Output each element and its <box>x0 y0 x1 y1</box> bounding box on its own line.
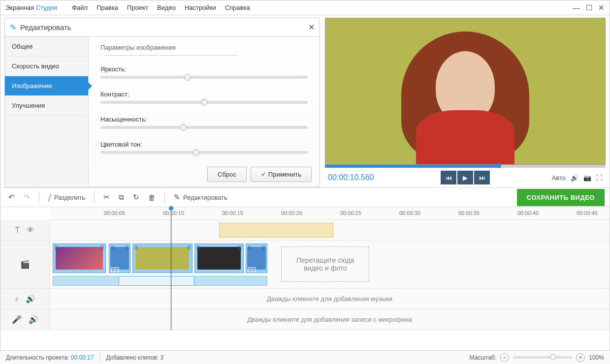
playhead-marker[interactable] <box>168 206 174 211</box>
play-button[interactable]: ▶ <box>457 171 473 184</box>
save-video-button[interactable]: СОХРАНИТЬ ВИДЕО <box>517 189 605 206</box>
clips-value: 3 <box>160 354 163 361</box>
cut-button[interactable]: ✂ <box>100 191 113 204</box>
ruler-tick: 00:00:35 <box>458 210 480 216</box>
mic-icon[interactable]: 🎤 <box>12 315 22 324</box>
video-clip[interactable]: ||||||2.0 <box>246 243 267 273</box>
saturation-label: Насыщенность: <box>100 116 308 123</box>
menu-video[interactable]: Видео <box>157 4 176 11</box>
playhead[interactable] <box>171 207 171 330</box>
menu-help[interactable]: Справка <box>225 4 250 11</box>
app-logo: Экранная Студия <box>5 4 57 11</box>
visibility-icon[interactable]: 👁 <box>27 226 34 235</box>
video-clip[interactable]: |||||| <box>53 243 106 273</box>
video-clip[interactable]: |||||| <box>132 243 193 273</box>
undo-button[interactable]: ↶ <box>5 191 18 204</box>
audio-selection[interactable] <box>119 276 194 286</box>
volume-icon[interactable]: 🔊 <box>571 174 578 182</box>
zoom-label: Масштаб: <box>470 354 497 361</box>
zoom-thumb[interactable] <box>550 354 556 360</box>
preview-video[interactable] <box>325 18 606 165</box>
close-icon[interactable]: ✕ <box>598 3 605 12</box>
split-button[interactable]: ⧸Разделить <box>45 191 88 204</box>
edit-button[interactable]: ✎Редактировать <box>171 191 230 204</box>
clips-label: Добавлено клипов: <box>106 354 159 361</box>
contrast-label: Контраст: <box>100 91 308 98</box>
delete-button[interactable]: 🗑 <box>145 191 159 204</box>
rotate-button[interactable]: ↻ <box>130 191 142 204</box>
timeline-toolbar: ↶ ↷ ⧸Разделить ✂ ⧉ ↻ 🗑 ✎Редактировать СО… <box>0 187 610 207</box>
text-track-body[interactable] <box>50 220 610 240</box>
text-icon[interactable]: T <box>15 226 20 235</box>
next-button[interactable]: ⏭ <box>474 171 490 184</box>
music-track-body[interactable]: Дважды кликните для добавления музыки <box>50 289 610 309</box>
hue-slider[interactable] <box>100 151 308 154</box>
maximize-icon[interactable]: ☐ <box>586 3 592 12</box>
play-controls: ⏮ ▶ ⏭ <box>441 171 490 184</box>
tab-image[interactable]: Изображение <box>5 76 88 96</box>
brightness-label: Яркость: <box>100 65 308 73</box>
hue-label: Цветовой тон: <box>100 141 308 148</box>
preview-content <box>386 22 544 164</box>
saturation-slider[interactable] <box>100 126 308 129</box>
duration-label: Длительность проекта: <box>6 354 69 361</box>
dropzone-line2: видео и фото <box>304 264 347 272</box>
dropzone[interactable]: Перетащите сюда видео и фото <box>281 246 369 282</box>
music-icon[interactable]: ♪ <box>15 295 19 303</box>
menu-settings[interactable]: Настройки <box>185 4 216 11</box>
menu-edit[interactable]: Правка <box>96 4 118 11</box>
menu-items: Файл Правка Проект Видео Настройки Справ… <box>72 4 250 11</box>
ruler-tick: 00:00:05 <box>104 210 125 216</box>
close-panel-icon[interactable]: ✕ <box>308 23 315 32</box>
status-bar: Длительность проекта: 00:00:17 Добавлено… <box>0 350 610 364</box>
auto-label[interactable]: Авто <box>552 174 566 182</box>
fullscreen-icon[interactable]: ⛶ <box>596 174 603 182</box>
zoom-in-button[interactable]: + <box>576 353 585 362</box>
preview-controls: 00:00:10.560 ⏮ ▶ ⏭ Авто 🔊 📷 ⛶ <box>325 168 606 187</box>
ruler-tick: 00:00:40 <box>517 210 539 216</box>
zoom-slider[interactable] <box>513 356 572 359</box>
text-clip[interactable] <box>219 223 333 238</box>
contrast-thumb[interactable] <box>201 99 208 106</box>
video-clip[interactable]: |||||| <box>194 243 244 273</box>
menu-project[interactable]: Проект <box>127 4 148 11</box>
hue-thumb[interactable] <box>193 149 199 156</box>
mic-track-body[interactable]: Дважды кликните для добавления записи с … <box>50 309 610 330</box>
mute-icon[interactable]: 🔊 <box>26 294 35 303</box>
crop-button[interactable]: ⧉ <box>116 191 127 204</box>
minimize-icon[interactable]: — <box>573 3 580 12</box>
ruler-tick: 00:00:25 <box>340 210 361 216</box>
redo-button[interactable]: ↷ <box>21 191 33 204</box>
video-icon[interactable]: 🎬 <box>20 260 30 269</box>
check-icon: ✔ <box>261 171 266 178</box>
tab-enhance[interactable]: Улучшения <box>5 96 88 116</box>
mic-track: 🎤 🔊 Дважды кликните для добавления запис… <box>0 309 610 330</box>
edit-icon: ✎ <box>10 23 16 32</box>
saturation-thumb[interactable] <box>180 124 187 131</box>
prev-button[interactable]: ⏮ <box>441 171 456 184</box>
window-controls: — ☐ ✕ <box>573 3 605 12</box>
tab-speed[interactable]: Скорость видео <box>5 57 88 76</box>
tab-general[interactable]: Общее <box>5 37 88 57</box>
timeline: 00:00:0500:00:1000:00:1500:00:2000:00:25… <box>0 207 610 330</box>
video-clip[interactable]: ||||||2.0 <box>109 243 130 273</box>
snapshot-icon[interactable]: 📷 <box>583 174 591 182</box>
reset-button[interactable]: Сброс <box>207 167 247 182</box>
brightness-slider[interactable] <box>100 76 308 79</box>
edit-content: Параметры изображения Яркость: Контраст:… <box>89 37 320 187</box>
video-track: 🎬 Перетащите сюда видео и фото |||||||||… <box>0 241 610 289</box>
apply-button[interactable]: ✔Применить <box>251 167 312 182</box>
logo-text-2: Студия <box>36 4 57 11</box>
contrast-slider[interactable] <box>100 101 308 104</box>
brightness-thumb[interactable] <box>184 74 191 81</box>
dropzone-line1: Перетащите сюда <box>296 256 354 264</box>
video-track-body[interactable]: Перетащите сюда видео и фото |||||||||||… <box>50 241 610 288</box>
mute-icon[interactable]: 🔊 <box>29 315 38 324</box>
timeline-ruler[interactable]: 00:00:0500:00:1000:00:1500:00:2000:00:25… <box>50 207 610 220</box>
menu-bar: Экранная Студия Файл Правка Проект Видео… <box>0 0 610 15</box>
menu-file[interactable]: Файл <box>72 4 88 11</box>
preview-right-controls: Авто 🔊 📷 ⛶ <box>552 174 603 182</box>
param-hue: Цветовой тон: <box>100 141 308 154</box>
zoom-out-button[interactable]: − <box>500 353 509 362</box>
zoom-value: 100% <box>589 354 604 361</box>
